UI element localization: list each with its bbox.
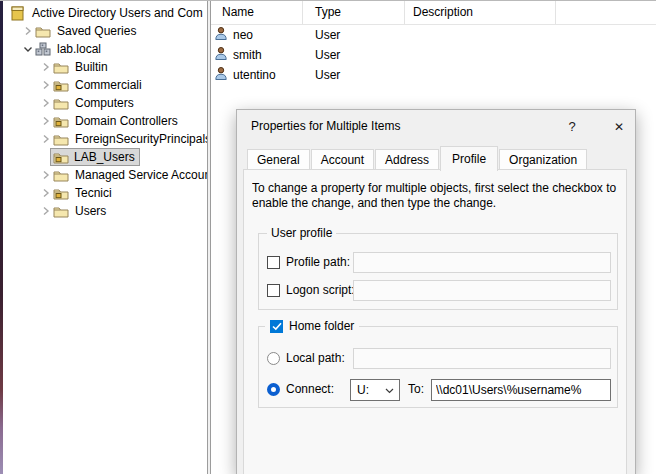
- column-header-name[interactable]: Name: [211, 1, 303, 24]
- folder-ou-icon: [52, 114, 69, 129]
- column-header-filler: [556, 1, 656, 24]
- column-header-type[interactable]: Type: [303, 1, 405, 24]
- column-header-description[interactable]: Description: [405, 1, 556, 24]
- list-rows: neoUsersmithUserutentinoUser: [211, 25, 656, 85]
- connect-radio[interactable]: [267, 383, 280, 396]
- tree-item-label: Users: [73, 203, 108, 219]
- tab-strip: GeneralAccountAddressProfileOrganization: [247, 145, 625, 170]
- chevron-down-icon: [385, 383, 394, 397]
- tree-item-active-directory-users-and-com[interactable]: Active Directory Users and Com: [9, 4, 207, 22]
- root-icon: [9, 6, 26, 21]
- home-folder-legend: Home folder: [265, 319, 359, 333]
- user-type: User: [303, 28, 405, 42]
- tree-item-commerciali[interactable]: Commerciali: [39, 76, 207, 94]
- list-row-smith[interactable]: smithUser: [211, 45, 656, 65]
- folder-ou-icon: [52, 78, 69, 93]
- tree-item-builtin[interactable]: Builtin: [39, 58, 207, 76]
- chevron-right-icon[interactable]: [39, 187, 52, 200]
- close-button[interactable]: ✕: [609, 118, 629, 136]
- user-name: utentino: [233, 68, 276, 82]
- folder-ou-icon: [52, 150, 69, 165]
- console-tree-pane: Active Directory Users and ComSaved Quer…: [3, 1, 207, 474]
- domain-icon: [34, 42, 51, 57]
- list-row-neo[interactable]: neoUser: [211, 25, 656, 45]
- list-header: NameTypeDescription: [211, 1, 656, 25]
- dialog-title: Properties for Multiple Items: [251, 119, 400, 133]
- folder-icon: [52, 60, 69, 75]
- dialog-titlebar[interactable]: Properties for Multiple Items ? ✕: [237, 110, 635, 144]
- user-name: neo: [233, 28, 253, 42]
- properties-dialog: Properties for Multiple Items ? ✕ Genera…: [236, 109, 636, 474]
- tree-item-domain-controllers[interactable]: Domain Controllers: [39, 112, 207, 130]
- chevron-right-icon[interactable]: [21, 25, 34, 38]
- folder-icon: [52, 168, 69, 183]
- chevron-right-icon[interactable]: [39, 97, 52, 110]
- chevron-down-icon[interactable]: [21, 43, 34, 56]
- aduc-console-window: Active Directory Users and ComSaved Quer…: [0, 0, 656, 474]
- tab-organization[interactable]: Organization: [499, 149, 587, 170]
- user-icon: [214, 26, 228, 44]
- user-icon: [214, 66, 228, 84]
- tree-item-label: Builtin: [73, 59, 110, 75]
- profile-path-checkbox[interactable]: [267, 256, 280, 269]
- tab-address[interactable]: Address: [375, 149, 439, 170]
- to-label: To:: [408, 382, 424, 396]
- folder-icon: [52, 132, 69, 147]
- tree-item-label: Saved Queries: [55, 23, 138, 39]
- drive-letter-value: U:: [357, 383, 369, 397]
- chevron-right-icon[interactable]: [39, 61, 52, 74]
- logon-script-input[interactable]: [353, 280, 611, 301]
- chevron-right-icon[interactable]: [39, 169, 52, 182]
- home-folder-checkbox[interactable]: [270, 320, 283, 333]
- tab-account[interactable]: Account: [311, 149, 374, 170]
- folder-icon: [52, 96, 69, 111]
- tree-item-lab-local[interactable]: lab.local: [21, 40, 207, 58]
- help-button[interactable]: ?: [563, 118, 581, 136]
- profile-path-input[interactable]: [353, 252, 611, 273]
- folder-icon: [34, 24, 51, 39]
- chevron-right-icon[interactable]: [39, 79, 52, 92]
- tab-profile[interactable]: Profile: [440, 146, 498, 171]
- profile-path-label: Profile path:: [286, 255, 350, 269]
- tab-general[interactable]: General: [247, 149, 310, 170]
- tree-item-label: Managed Service Accounts: [73, 167, 207, 183]
- connect-label: Connect:: [286, 382, 334, 396]
- list-row-utentino[interactable]: utentinoUser: [211, 65, 656, 85]
- tree-item-label: ForeignSecurityPrincipals: [73, 131, 207, 147]
- tree-item-label: Commerciali: [73, 77, 144, 93]
- drive-letter-select[interactable]: U:: [350, 379, 400, 401]
- user-name: smith: [233, 48, 262, 62]
- tree-item-users[interactable]: Users: [39, 202, 207, 220]
- tree-item-tecnici[interactable]: Tecnici: [39, 184, 207, 202]
- local-path-label: Local path:: [286, 351, 345, 365]
- chevron-right-icon[interactable]: [39, 115, 52, 128]
- chevron-right-icon[interactable]: [39, 205, 52, 218]
- selected-tree-item: LAB_Users: [50, 148, 140, 166]
- tree-item-computers[interactable]: Computers: [39, 94, 207, 112]
- tree-item-label: Domain Controllers: [73, 113, 180, 129]
- tree-item-managed-service-accounts[interactable]: Managed Service Accounts: [39, 166, 207, 184]
- console-tree: Active Directory Users and ComSaved Quer…: [3, 4, 207, 220]
- user-icon: [214, 46, 228, 64]
- tree-item-lab-users[interactable]: LAB_Users: [39, 148, 207, 166]
- instruction-text-line2: enable the change, and then type the cha…: [252, 196, 630, 210]
- profile-tab-page: To change a property for multiple object…: [243, 169, 627, 474]
- user-type: User: [303, 48, 405, 62]
- tree-item-saved-queries[interactable]: Saved Queries: [21, 22, 207, 40]
- instruction-text-line1: To change a property for multiple object…: [252, 181, 630, 195]
- logon-script-checkbox[interactable]: [267, 284, 280, 297]
- tree-item-label: Computers: [73, 95, 136, 111]
- local-path-radio[interactable]: [267, 352, 280, 365]
- home-folder-label: Home folder: [289, 319, 354, 333]
- local-path-input[interactable]: [353, 348, 611, 369]
- connect-path-input[interactable]: [431, 379, 611, 401]
- logon-script-label: Logon script:: [286, 283, 355, 297]
- tree-item-foreignsecurityprincipals[interactable]: ForeignSecurityPrincipals: [39, 130, 207, 148]
- folder-icon: [52, 204, 69, 219]
- user-profile-group: User profile Profile path: Logon script:: [258, 233, 618, 310]
- folder-ou-icon: [52, 186, 69, 201]
- tree-item-label: Tecnici: [73, 185, 114, 201]
- chevron-right-icon[interactable]: [39, 133, 52, 146]
- tree-item-label: Active Directory Users and Com: [30, 5, 205, 21]
- user-type: User: [303, 68, 405, 82]
